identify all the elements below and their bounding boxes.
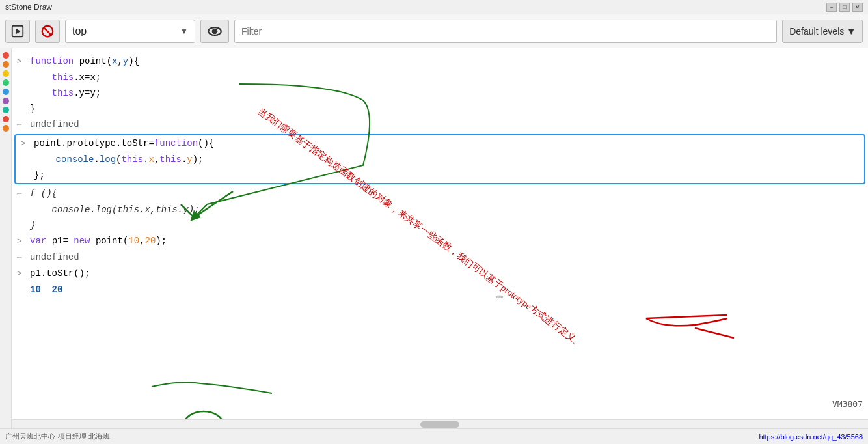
kw-function: function [30,56,74,66]
horizontal-scrollbar[interactable] [12,419,868,428]
arrow-15 [17,282,30,283]
code-line-6: > point.prototype.toStr=function(){ [16,135,864,152]
code-text-4: } [30,101,863,117]
code-area[interactable]: > function point(x,y){ this.x=x; this.y=… [12,48,868,428]
play-button[interactable] [5,20,30,43]
code-text-2: this.x=x; [30,70,863,85]
arrow-14: > [17,266,30,282]
app-title: stStone Draw [5,3,52,12]
code-text-11: } [30,217,863,233]
arrow-10 [17,202,30,202]
code-text-15: 10 20 [30,282,863,298]
eye-button[interactable] [200,20,229,43]
play-icon [10,24,25,38]
close-button[interactable]: ✕ [852,3,863,12]
indicator-8 [3,116,9,122]
arrow-9: ← [17,186,30,202]
arrow-1: > [17,53,30,70]
arrow-7 [21,152,34,152]
status-right: https://blog.csdn.net/qq_43/5568 [759,433,863,441]
levels-dropdown[interactable]: Default levels ▼ [782,20,863,43]
svg-line-8 [695,328,734,338]
code-line-2: this.x=x; [12,70,868,85]
context-dropdown[interactable]: top ▼ [65,20,195,43]
code-line-5: ← undefined [12,117,868,133]
levels-label: Default levels ▼ [789,26,856,36]
code-line-1: > function point(x,y){ [12,53,868,70]
code-text-10: console.log(this.x,this.y); [30,202,863,217]
svg-point-5 [213,29,217,33]
arrow-2 [17,70,30,70]
arrow-6: > [21,135,34,152]
code-text-8: }; [34,167,859,183]
arrow-5: ← [17,117,30,133]
code-text-6: point.prototype.toStr=function(){ [34,135,859,151]
arrow-8 [21,167,34,168]
code-line-3: this.y=y; [12,85,868,101]
minimize-button[interactable]: − [826,3,837,12]
svg-line-3 [44,27,52,35]
arrow-3 [17,85,30,86]
indicator-2 [3,61,9,68]
indicator-1 [3,52,9,59]
code-line-8: }; [16,167,864,183]
indicator-7 [3,107,9,113]
code-line-11: } [12,217,868,233]
dropdown-value: top [72,25,87,37]
code-text-14: p1.toStr(); [30,266,863,281]
code-line-15: 10 20 [12,282,868,298]
code-line-4: } [12,101,868,117]
indicator-9 [3,125,9,132]
filter-input[interactable] [234,20,777,43]
stop-icon [40,24,55,38]
code-text-3: this.y=y; [30,85,863,101]
title-bar: stStone Draw − □ ✕ [0,0,868,14]
indicator-3 [3,70,9,77]
code-text-1: function point(x,y){ [30,53,863,69]
status-bar: 广州天班北中心-项目经理-北海班 https://blog.csdn.net/q… [0,428,868,444]
arrow-4 [17,101,30,102]
code-text-9: f (){ [30,186,863,201]
maximize-button[interactable]: □ [839,3,850,12]
dropdown-arrow-icon: ▼ [180,27,188,36]
arrow-11 [17,217,30,218]
eye-icon [206,23,223,40]
code-line-9: ← f (){ [12,186,868,202]
code-line-10: console.log(this.x,this.y); [12,202,868,217]
vm-label: VM3807 [832,399,863,409]
arrow-13: ← [17,249,30,266]
scrollbar-thumb[interactable] [420,421,459,428]
code-text-7: console.log(this.x,this.y); [34,152,859,167]
svg-line-7 [646,315,727,318]
highlight-box: > point.prototype.toStr=function(){ cons… [14,134,865,184]
window-controls: − □ ✕ [826,3,863,12]
toolbar: top ▼ Default levels ▼ [0,14,868,48]
code-line-14: > p1.toStr(); [12,266,868,282]
code-text-5: undefined [30,117,863,132]
main-content: > function point(x,y){ this.x=x; this.y=… [0,48,868,428]
arrow-12: > [17,233,30,249]
left-indicators [0,48,12,428]
code-line-7: console.log(this.x,this.y); [16,152,864,167]
status-center: 广州天班北中心-项目经理-北海班 [5,432,110,441]
indicator-6 [3,98,9,104]
indicator-4 [3,79,9,86]
indicator-5 [3,89,9,95]
svg-marker-1 [16,28,20,34]
stop-button[interactable] [35,20,60,43]
code-line-13: ← undefined [12,249,868,266]
